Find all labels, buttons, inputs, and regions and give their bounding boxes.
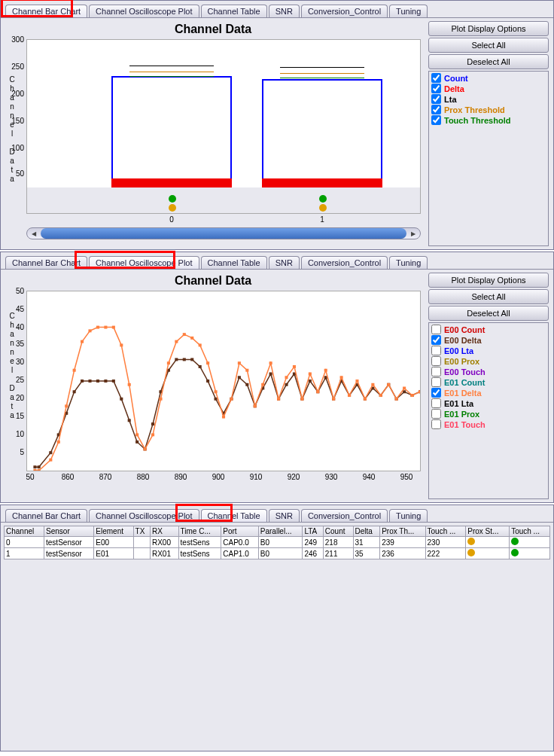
legend-item[interactable]: E01 Delta	[431, 388, 546, 398]
chart-scrollbar[interactable]: ◀ ▶	[26, 227, 421, 239]
tab-channel-table[interactable]: Channel Table	[201, 509, 267, 522]
ytick: 15	[6, 412, 24, 420]
table-cell: testSensor	[44, 548, 94, 559]
legend-checkbox[interactable]	[431, 419, 441, 429]
table-cell: 246	[303, 548, 323, 559]
svg-rect-77	[245, 369, 248, 372]
tab-channel-oscilloscope-plot[interactable]: Channel Oscilloscope Plot	[89, 256, 199, 269]
legend-item[interactable]: E00 Touch	[431, 367, 546, 376]
table-row[interactable]: 0testSensorE00RX00testSensCAP0.0B0249218…	[5, 537, 550, 548]
table-row[interactable]: 1testSensorE01RX01testSensCAP1.0B0246211…	[5, 548, 550, 559]
tab-channel-table[interactable]: Channel Table	[201, 5, 267, 17]
legend-checkbox[interactable]	[431, 105, 441, 114]
column-header[interactable]: Element	[94, 526, 133, 537]
column-header[interactable]: LTA	[303, 526, 323, 537]
xtick: 890	[166, 473, 196, 481]
scroll-thumb[interactable]	[41, 228, 406, 239]
tab-tuning[interactable]: Tuning	[389, 256, 428, 269]
svg-rect-56	[81, 340, 84, 343]
column-header[interactable]: Sensor	[44, 526, 94, 537]
tabstrip-3: Channel Bar Chart Channel Oscilloscope P…	[1, 505, 553, 522]
select-all-button[interactable]: Select All	[428, 38, 549, 53]
legend-checkbox[interactable]	[431, 325, 441, 334]
column-header[interactable]: Parallel...	[258, 526, 303, 537]
svg-rect-11	[120, 398, 123, 401]
svg-rect-85	[309, 372, 312, 375]
legend-item[interactable]: E01 Lta	[431, 398, 546, 408]
scroll-right-icon[interactable]: ▶	[408, 228, 419, 239]
tab-channel-bar-chart[interactable]: Channel Bar Chart	[5, 5, 87, 17]
bar-plot: 300 250 200 150 100 50 0 1	[26, 39, 421, 214]
legend-checkbox[interactable]	[431, 356, 441, 366]
tab-tuning[interactable]: Tuning	[389, 5, 428, 17]
legend-item[interactable]: Touch Threshold	[431, 115, 546, 125]
column-header[interactable]: Port	[221, 526, 259, 537]
svg-rect-50	[33, 469, 36, 471]
legend-item[interactable]: Count	[431, 73, 546, 83]
tab-tuning[interactable]: Tuning	[389, 509, 428, 522]
plot-display-options-button[interactable]: Plot Display Options	[428, 273, 549, 288]
legend-checkbox[interactable]	[431, 115, 441, 125]
legend-checkbox[interactable]	[431, 94, 441, 104]
legend-checkbox[interactable]	[431, 398, 441, 408]
legend-item[interactable]: E00 Delta	[431, 335, 546, 345]
column-header[interactable]: Prox Th...	[380, 526, 425, 537]
legend-item[interactable]: Lta	[431, 94, 546, 104]
svg-rect-91	[355, 380, 358, 383]
select-all-button[interactable]: Select All	[428, 289, 549, 304]
table-cell: testSensor	[44, 537, 94, 548]
legend-item[interactable]: E01 Touch	[431, 419, 546, 429]
column-header[interactable]: Channel	[5, 526, 44, 537]
channel-table[interactable]: ChannelSensorElementTXRXTime C...PortPar…	[4, 526, 550, 559]
column-header[interactable]: Touch ...	[425, 526, 466, 537]
tab-conversion-control[interactable]: Conversion_Control	[301, 5, 388, 17]
svg-rect-6	[81, 380, 84, 383]
legend-item[interactable]: E01 Count	[431, 377, 546, 387]
ytick: 20	[6, 394, 24, 402]
svg-rect-64	[144, 447, 147, 450]
svg-rect-15	[151, 422, 154, 425]
tab-snr[interactable]: SNR	[269, 509, 300, 522]
legend-item[interactable]: E01 Prox	[431, 409, 546, 419]
column-header[interactable]: Time C...	[178, 526, 221, 537]
table-cell: E01	[94, 548, 133, 559]
legend-checkbox[interactable]	[431, 346, 441, 355]
column-header[interactable]: Touch ...	[510, 526, 550, 537]
legend-checkbox[interactable]	[431, 335, 441, 345]
legend-item[interactable]: E00 Prox	[431, 356, 546, 366]
ytick: 50	[6, 287, 24, 295]
tab-channel-bar-chart[interactable]: Channel Bar Chart	[5, 256, 87, 269]
legend-item[interactable]: E00 Lta	[431, 346, 546, 355]
legend-checkbox[interactable]	[431, 388, 441, 398]
svg-rect-10	[112, 380, 115, 383]
deselect-all-button[interactable]: Deselect All	[428, 306, 549, 321]
tab-channel-oscilloscope-plot[interactable]: Channel Oscilloscope Plot	[89, 509, 199, 522]
svg-rect-99	[419, 390, 420, 393]
tab-snr[interactable]: SNR	[269, 5, 300, 17]
legend-item[interactable]: Prox Threshold	[431, 105, 546, 114]
column-header[interactable]: RX	[150, 526, 178, 537]
tab-conversion-control[interactable]: Conversion_Control	[301, 509, 388, 522]
legend-item[interactable]: E00 Count	[431, 325, 546, 334]
legend-item[interactable]: Delta	[431, 84, 546, 93]
column-header[interactable]: Delta	[353, 526, 380, 537]
tab-channel-bar-chart[interactable]: Channel Bar Chart	[5, 509, 87, 522]
legend-checkbox[interactable]	[431, 84, 441, 93]
column-header[interactable]: Count	[323, 526, 353, 537]
tab-channel-table[interactable]: Channel Table	[201, 256, 267, 269]
scroll-left-icon[interactable]: ◀	[29, 228, 39, 239]
column-header[interactable]: TX	[133, 526, 150, 537]
plot-display-options-button[interactable]: Plot Display Options	[428, 21, 549, 36]
legend-checkbox[interactable]	[431, 367, 441, 376]
legend-checkbox[interactable]	[431, 377, 441, 387]
tab-channel-oscilloscope-plot[interactable]: Channel Oscilloscope Plot	[89, 5, 199, 17]
ytick: 5	[6, 448, 24, 456]
tab-snr[interactable]: SNR	[269, 256, 300, 269]
svg-rect-30	[269, 372, 272, 375]
legend-checkbox[interactable]	[431, 73, 441, 83]
column-header[interactable]: Prox St...	[466, 526, 510, 537]
tab-conversion-control[interactable]: Conversion_Control	[301, 256, 388, 269]
legend-checkbox[interactable]	[431, 409, 441, 419]
legend-label: Lta	[444, 95, 457, 104]
deselect-all-button[interactable]: Deselect All	[428, 54, 549, 69]
